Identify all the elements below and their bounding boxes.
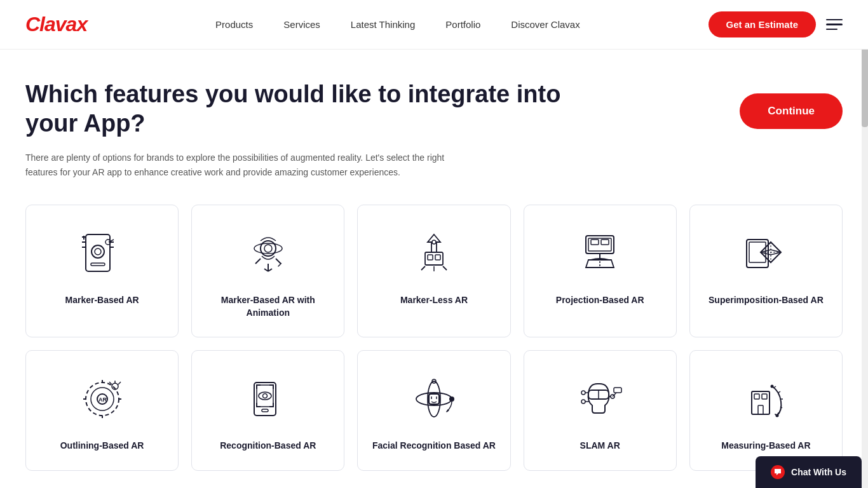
svg-point-80 xyxy=(776,414,779,417)
card-projection-based-ar[interactable]: Projection-Based AR xyxy=(524,205,677,337)
card-marker-less-ar[interactable]: Marker-Less AR xyxy=(357,205,510,337)
svg-rect-11 xyxy=(91,263,105,266)
logo[interactable]: Clavax xyxy=(25,13,87,36)
nav-products[interactable]: Products xyxy=(215,19,253,30)
nav-services[interactable]: Services xyxy=(283,19,320,30)
nav-portfolio[interactable]: Portfolio xyxy=(445,19,480,30)
card-superimposition-based-ar[interactable]: Superimposition-Based AR xyxy=(689,205,843,337)
chat-widget[interactable]: Chat With Us xyxy=(756,456,862,488)
outlining-based-ar-icon: AR xyxy=(77,374,128,424)
card-measuring-based-ar[interactable]: Measuring-Based AR xyxy=(689,350,843,471)
card-label-projection-based-ar: Projection-Based AR xyxy=(556,294,644,307)
get-estimate-button[interactable]: Get an Estimate xyxy=(709,11,816,37)
page-description: There are plenty of options for brands t… xyxy=(25,151,458,179)
card-marker-based-ar[interactable]: Marker-Based AR xyxy=(25,205,179,337)
continue-button[interactable]: Continue xyxy=(740,93,843,129)
svg-rect-22 xyxy=(435,255,440,260)
card-label-slam-ar: SLAM AR xyxy=(580,440,620,452)
card-label-superimposition-based-ar: Superimposition-Based AR xyxy=(709,294,824,307)
superimposition-based-ar-icon xyxy=(740,228,791,279)
svg-line-18 xyxy=(255,259,261,264)
svg-point-52 xyxy=(262,394,267,398)
svg-rect-30 xyxy=(601,240,609,245)
features-grid: Marker-Based AR Marker-Ba xyxy=(25,205,843,471)
card-marker-based-ar-animation[interactable]: Marker-Based AR with Animation xyxy=(191,205,344,337)
svg-point-2 xyxy=(95,248,101,255)
svg-rect-53 xyxy=(262,409,268,412)
svg-rect-49 xyxy=(254,383,276,416)
svg-point-64 xyxy=(581,400,585,403)
svg-line-19 xyxy=(276,259,281,264)
svg-point-1 xyxy=(92,245,104,258)
card-label-marker-based-ar: Marker-Based AR xyxy=(65,294,139,307)
chat-bubble-icon xyxy=(771,465,785,479)
card-label-facial-recognition-based-ar: Facial Recognition Based AR xyxy=(372,440,496,452)
svg-point-79 xyxy=(771,385,774,388)
marker-less-ar-icon xyxy=(409,228,459,279)
svg-point-26 xyxy=(432,240,436,244)
hamburger-menu[interactable] xyxy=(826,19,843,30)
measuring-based-ar-icon xyxy=(740,374,791,424)
svg-point-13 xyxy=(264,245,272,252)
scrollbar[interactable] xyxy=(862,0,868,488)
card-label-outlining-based-ar: Outlining-Based AR xyxy=(60,440,144,452)
main-nav: Products Services Latest Thinking Portfo… xyxy=(215,19,580,30)
svg-rect-34 xyxy=(749,242,766,262)
svg-rect-29 xyxy=(591,240,599,245)
svg-line-23 xyxy=(421,266,425,270)
svg-line-75 xyxy=(774,386,776,388)
facial-recognition-based-ar-icon xyxy=(409,374,459,424)
svg-text:AR: AR xyxy=(98,396,107,403)
svg-rect-72 xyxy=(754,394,759,399)
main-content: Which features you would like to integra… xyxy=(0,50,868,488)
marker-based-ar-icon xyxy=(77,228,128,279)
page-title: Which features you would like to integra… xyxy=(25,80,597,138)
svg-line-24 xyxy=(443,266,447,270)
header-right: Get an Estimate xyxy=(709,11,843,37)
card-label-measuring-based-ar: Measuring-Based AR xyxy=(721,440,810,452)
svg-point-63 xyxy=(581,391,585,395)
nav-latest-thinking[interactable]: Latest Thinking xyxy=(351,19,415,30)
recognition-based-ar-icon xyxy=(243,374,294,424)
card-label-marker-based-ar-animation: Marker-Based AR with Animation xyxy=(202,294,334,319)
svg-point-59 xyxy=(449,396,454,402)
svg-rect-21 xyxy=(428,255,433,260)
card-label-marker-less-ar: Marker-Less AR xyxy=(400,294,468,307)
card-facial-recognition-based-ar[interactable]: Facial Recognition Based AR xyxy=(357,350,510,471)
marker-based-ar-animation-icon xyxy=(243,228,294,279)
header: Clavax Products Services Latest Thinking… xyxy=(0,0,868,50)
chat-label: Chat With Us xyxy=(791,467,846,477)
card-slam-ar[interactable]: SLAM AR xyxy=(524,350,677,471)
card-recognition-based-ar[interactable]: Recognition-Based AR xyxy=(191,350,344,471)
card-outlining-based-ar[interactable]: AR Outlining-Based AR xyxy=(25,350,179,471)
svg-line-48 xyxy=(118,382,121,384)
nav-discover-clavax[interactable]: Discover Clavax xyxy=(511,19,580,30)
svg-rect-73 xyxy=(762,394,767,399)
svg-rect-74 xyxy=(758,405,763,414)
svg-rect-70 xyxy=(614,388,621,393)
card-label-recognition-based-ar: Recognition-Based AR xyxy=(220,440,316,452)
svg-rect-50 xyxy=(257,385,273,407)
svg-line-76 xyxy=(778,391,780,393)
slam-ar-icon xyxy=(574,374,625,424)
projection-based-ar-icon xyxy=(574,228,625,279)
